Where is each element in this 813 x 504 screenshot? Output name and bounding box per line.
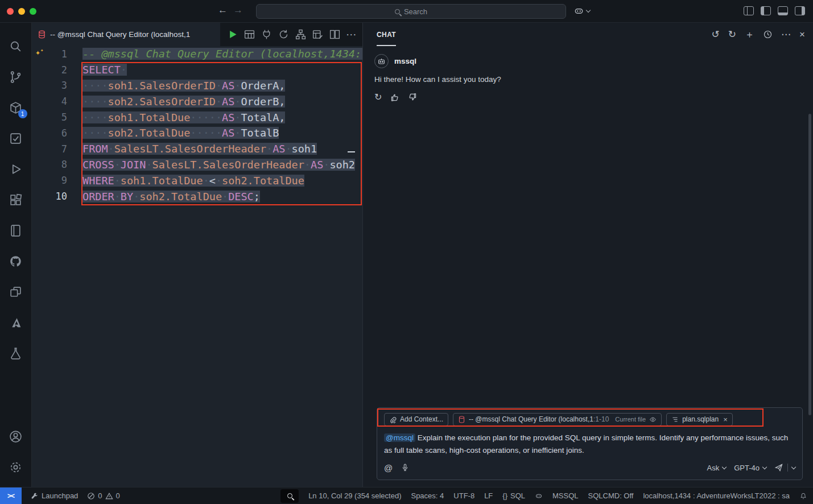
encoding-status[interactable]: UTF-8 bbox=[453, 491, 474, 500]
chat-body: mssql Hi there! How can I assist you tod… bbox=[363, 46, 813, 102]
mode-picker[interactable]: Ask bbox=[707, 464, 727, 472]
remove-chip-icon[interactable]: × bbox=[723, 415, 728, 424]
chat-header: CHAT ↺ ↻ ＋ ⋯ × bbox=[363, 23, 813, 46]
line-number: 9 bbox=[32, 175, 67, 186]
copilot-menu-button[interactable] bbox=[573, 6, 590, 16]
code-line[interactable]: 1-- @mssql Chat Query Editor (localhost,… bbox=[32, 46, 362, 62]
zoom-window-button[interactable] bbox=[30, 8, 36, 15]
activity-query-check[interactable] bbox=[2, 123, 30, 154]
current-file-chip[interactable]: -- @mssql Chat Query Editor (localhost,1… bbox=[453, 413, 662, 426]
nav-forward-button[interactable]: → bbox=[233, 5, 243, 16]
schema-compare-icon[interactable] bbox=[295, 28, 307, 40]
split-editor-icon[interactable] bbox=[329, 28, 341, 40]
activity-run-debug[interactable] bbox=[2, 154, 30, 184]
mssql-mention[interactable]: @mssql bbox=[384, 433, 415, 442]
code-line[interactable]: 2SELECT· bbox=[32, 62, 362, 78]
copilot-sparkle-icon[interactable]: ✦✦ bbox=[35, 47, 43, 57]
activity-notebooks[interactable] bbox=[2, 215, 30, 246]
run-query-button[interactable] bbox=[226, 28, 238, 40]
sqlcmd-status[interactable]: SQLCMD: Off bbox=[588, 491, 634, 500]
eye-icon[interactable] bbox=[649, 416, 657, 423]
code-editor[interactable]: ✦✦ 1-- @mssql Chat Query Editor (localho… bbox=[32, 46, 362, 487]
chevron-down-icon bbox=[722, 464, 727, 469]
chip-current-file-label: Current file bbox=[615, 416, 646, 423]
line-number: 3 bbox=[32, 80, 67, 91]
more-actions-icon[interactable]: ⋯ bbox=[346, 29, 357, 40]
estimated-plan-icon[interactable] bbox=[278, 28, 290, 40]
code-line[interactable]: 5····soh1.TotalDue·····AS·TotalA, bbox=[32, 109, 362, 125]
titlebar: ← → Search bbox=[0, 0, 813, 23]
table-designer-icon[interactable] bbox=[312, 28, 324, 40]
close-icon[interactable]: × bbox=[799, 29, 805, 40]
connection-status[interactable]: localhost,1434 : AdventureWorksLT2022 : … bbox=[643, 491, 790, 500]
code-line[interactable]: 3····soh1.SalesOrderID·AS·OrderA, bbox=[32, 78, 362, 94]
editor-tab[interactable]: -- @mssql Chat Query Editor (localhost,1 bbox=[32, 23, 220, 46]
activity-flask[interactable] bbox=[2, 338, 30, 369]
source-control-icon bbox=[9, 70, 23, 84]
badge-count: 1 bbox=[18, 109, 27, 118]
minimize-window-button[interactable] bbox=[18, 8, 25, 15]
github-icon bbox=[9, 254, 23, 268]
activity-github[interactable] bbox=[2, 246, 30, 276]
problems-status[interactable]: 0 0 bbox=[87, 491, 119, 500]
disconnect-plug-icon[interactable] bbox=[261, 28, 273, 40]
undo-icon[interactable]: ↺ bbox=[712, 28, 720, 40]
regenerate-icon[interactable]: ↻ bbox=[374, 92, 382, 102]
thumbs-up-icon[interactable] bbox=[390, 93, 399, 102]
layout-columns-icon[interactable] bbox=[744, 6, 754, 15]
indentation-status[interactable]: Spaces: 4 bbox=[411, 491, 444, 500]
prompt-text: Explain the execution plan for the provi… bbox=[384, 433, 788, 455]
code-line[interactable]: 8CROSS·JOIN·SalesLT.SalesOrderHeader·AS·… bbox=[32, 157, 362, 173]
extensions-icon bbox=[9, 193, 23, 207]
send-options-chevron-icon[interactable] bbox=[791, 464, 796, 469]
nav-back-button[interactable]: ← bbox=[218, 5, 228, 16]
new-chat-icon[interactable]: ＋ bbox=[745, 28, 754, 41]
add-mention-button[interactable]: @ bbox=[384, 463, 393, 473]
editor-tabbar: -- @mssql Chat Query Editor (localhost,1 bbox=[32, 23, 362, 46]
chat-input[interactable]: @mssql Explain the execution plan for th… bbox=[384, 432, 795, 460]
remote-indicator[interactable]: >< bbox=[0, 488, 22, 504]
toggle-secondary-sidebar-icon[interactable] bbox=[795, 6, 805, 15]
eol-status[interactable]: LF bbox=[484, 491, 493, 500]
language-status[interactable]: {}SQL bbox=[502, 491, 525, 500]
code-line[interactable]: 4····soh2.SalesOrderID·AS·OrderB, bbox=[32, 93, 362, 109]
mssql-status[interactable]: MSSQL bbox=[552, 491, 579, 500]
microphone-icon[interactable] bbox=[401, 463, 410, 472]
activity-account[interactable] bbox=[2, 421, 30, 452]
results-grid-icon[interactable] bbox=[244, 28, 255, 40]
activity-remote-explorer[interactable] bbox=[2, 276, 30, 307]
activity-source-control[interactable] bbox=[2, 61, 30, 92]
add-context-chip[interactable]: Add Context... bbox=[384, 413, 448, 426]
code-line[interactable]: 6····soh2.TotalDue·····AS·TotalB bbox=[32, 125, 362, 141]
activity-search[interactable] bbox=[2, 31, 30, 61]
code-line[interactable]: 9WHERE·soh1.TotalDue·<·soh2.TotalDue bbox=[32, 172, 362, 188]
activity-references[interactable]: 1 bbox=[2, 92, 30, 123]
thumbs-down-icon[interactable] bbox=[408, 93, 417, 102]
status-bar: >< Launchpad 0 0 Ln 10, Col 29 (354 sele… bbox=[0, 487, 813, 504]
chat-scrollbar[interactable] bbox=[808, 114, 811, 415]
history-icon[interactable] bbox=[763, 30, 773, 39]
more-icon[interactable]: ⋯ bbox=[781, 28, 791, 40]
notifications-status[interactable] bbox=[799, 492, 807, 500]
activity-azure[interactable] bbox=[2, 307, 30, 338]
search-icon bbox=[395, 9, 400, 14]
code-line[interactable]: 7FROM·SalesLT.SalesOrderHeader·AS·soh1 bbox=[32, 141, 362, 157]
toggle-sidebar-icon[interactable] bbox=[761, 6, 771, 15]
chip-plan-label: plan.sqlplan bbox=[682, 415, 719, 423]
launchpad-status[interactable]: Launchpad bbox=[31, 491, 78, 500]
toggle-panel-icon[interactable] bbox=[778, 6, 788, 15]
activity-settings[interactable] bbox=[2, 452, 30, 482]
cursor-position-status[interactable]: Ln 10, Col 29 (354 selected) bbox=[308, 491, 401, 500]
chat-tab[interactable]: CHAT bbox=[377, 23, 396, 46]
model-picker[interactable]: GPT-4o bbox=[734, 464, 766, 472]
code-lines: 1-- @mssql Chat Query Editor (localhost,… bbox=[32, 46, 362, 204]
close-window-button[interactable] bbox=[7, 8, 14, 15]
redo-icon[interactable]: ↻ bbox=[728, 28, 736, 40]
database-icon bbox=[458, 416, 465, 423]
command-center-search[interactable]: Search bbox=[256, 4, 566, 19]
send-icon[interactable] bbox=[774, 463, 783, 472]
copilot-status[interactable] bbox=[535, 492, 543, 500]
activity-extensions[interactable] bbox=[2, 184, 30, 215]
code-line[interactable]: 10ORDER·BY·soh2.TotalDue·DESC; bbox=[32, 188, 362, 204]
plan-file-chip[interactable]: plan.sqlplan × bbox=[666, 413, 733, 426]
